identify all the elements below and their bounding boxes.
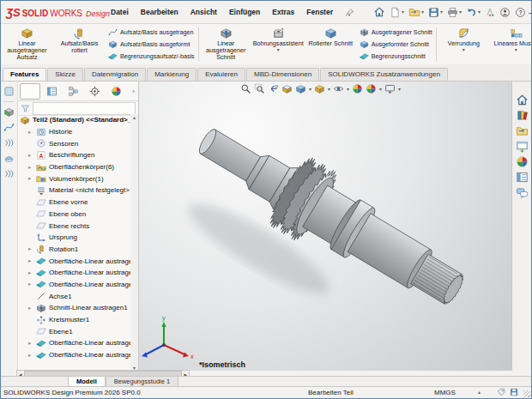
lofted-boss-button[interactable]: Aufsatz/Basis ausgeformt [108, 39, 195, 49]
dropdown-caret[interactable]: ▾ [440, 9, 443, 15]
appearances-scenes-icon[interactable] [516, 155, 529, 168]
tab-dimxpertmanager[interactable] [84, 83, 105, 100]
gear-shaft-model[interactable]: x y z [139, 82, 512, 371]
solidworks-forum-icon[interactable] [516, 186, 529, 199]
dropdown-caret[interactable]: ▾ [347, 87, 349, 92]
home-icon[interactable] [516, 94, 529, 106]
pin-icon[interactable] [345, 8, 354, 17]
revolved-cut-button[interactable]: Rotierter Schnitt [305, 24, 357, 64]
tree-root[interactable]: Teil2 (Standard) <<Standard>_Anz [18, 114, 130, 126]
tab-configurationmanager[interactable] [63, 83, 83, 100]
scroll-up-arrow[interactable]: ▴ [133, 114, 136, 120]
previous-view-icon[interactable] [268, 83, 279, 94]
expand-arrow[interactable]: ▸ [28, 281, 36, 287]
tab-markierung[interactable]: Markierung [147, 68, 196, 82]
dropdown-caret[interactable]: ▾ [277, 47, 280, 52]
custom-properties-icon[interactable] [516, 171, 529, 184]
help-button[interactable] [515, 7, 526, 18]
tree-item-rotation1[interactable]: ▸Rotation1 [18, 244, 130, 256]
dropdown-caret[interactable]: ▾ [421, 9, 424, 15]
tree-item-sensoren[interactable]: Sensoren [18, 137, 130, 149]
tree-item-schnitt-austragen1[interactable]: ▸Schnitt-Linear austragen1 [18, 302, 130, 314]
expand-arrow[interactable]: ▸ [28, 340, 36, 347]
tree-item-ursprung[interactable]: Ursprung [18, 232, 130, 244]
tab-propertymanager[interactable] [41, 83, 62, 100]
zoom-to-area-icon[interactable] [254, 83, 265, 94]
dropdown-caret[interactable]: ▾ [379, 87, 382, 92]
dropdown-caret[interactable]: ▾ [398, 87, 401, 92]
tree-item-volumenkoerper[interactable]: ▸Volumenkörper(1) [18, 172, 130, 184]
tree-item-surf-austragen1[interactable]: ▸Oberfläche-Linear austragen1 [18, 255, 130, 267]
revolved-boss-button[interactable]: Aufsatz/Basis rotiert [53, 24, 106, 64]
coil-icon[interactable] [3, 168, 15, 179]
tree-item-historie[interactable]: ▸Historie [18, 126, 130, 138]
lofted-cut-button[interactable]: Ausgeformter Schnitt [360, 39, 432, 49]
solid-body-icon[interactable] [3, 106, 15, 118]
save-button[interactable]: ▾ [428, 7, 443, 18]
hide-show-items-icon[interactable] [333, 83, 344, 94]
display-style-icon[interactable] [314, 83, 325, 94]
section-view-icon[interactable] [281, 83, 293, 94]
panel-flyout-button[interactable]: › [132, 88, 136, 95]
tree-vertical-scrollbar[interactable]: ▴ ▾ [130, 114, 138, 371]
units-selector[interactable]: MMGS [434, 389, 456, 396]
expand-arrow[interactable]: ▸ [28, 152, 36, 159]
view-settings-icon[interactable] [384, 83, 396, 94]
tab-skizze[interactable]: Skizze [47, 68, 83, 82]
tab-featuremanager[interactable] [20, 83, 40, 100]
expand-arrow[interactable]: ▸ [28, 257, 36, 264]
minimize-button[interactable]: – [526, 8, 532, 17]
dropdown-caret[interactable]: ▾ [462, 47, 465, 52]
unsaved-changes-icon[interactable] [510, 388, 518, 396]
tree-item-surf-austragen5[interactable]: ▸Oberfläche-Linear austragen5 [18, 349, 130, 361]
view-orientation-icon[interactable] [295, 83, 306, 94]
expand-arrow[interactable]: ▸ [28, 352, 36, 359]
tree-item-ebene-rechts[interactable]: Ebene rechts [18, 220, 130, 232]
tab-features[interactable]: Features [3, 68, 46, 82]
undo-button[interactable]: ▾ [466, 7, 481, 18]
tab-displaymanager[interactable] [106, 83, 126, 100]
curve-icon[interactable] [3, 137, 15, 148]
menu-fenster[interactable]: Fenster [306, 8, 333, 17]
zoom-to-fit-icon[interactable] [240, 83, 251, 94]
design-library-icon[interactable] [516, 109, 529, 122]
tree-item-ebene-vorne[interactable]: Ebene vorne [18, 196, 130, 209]
expand-arrow[interactable]: ▸ [28, 164, 36, 171]
tree-item-kreismuster1[interactable]: Kreismuster1 [18, 314, 130, 326]
tab-zusatzanwendungen[interactable]: SOLIDWORKS Zusatzanwendungen [320, 68, 448, 82]
sign-in-button[interactable] [499, 7, 511, 18]
boundary-cut-button[interactable]: Begrenzungsschnitt [360, 51, 432, 61]
dropdown-caret[interactable]: ▾ [478, 9, 481, 15]
tree-item-surf-austragen3[interactable]: ▸Oberfläche-Linear austragen3 [18, 279, 130, 291]
boundary-boss-button[interactable]: Begrenzungsaufsatz/-basis [108, 51, 195, 61]
swept-cut-button[interactable]: Ausgetragener Schnitt [360, 27, 432, 37]
apply-scene-icon[interactable] [366, 83, 377, 94]
file-explorer-icon[interactable] [516, 124, 529, 137]
spline-icon[interactable] [3, 122, 15, 133]
tab-evaluieren[interactable]: Evaluieren [197, 68, 245, 82]
expand-arrow[interactable]: ▸ [28, 245, 36, 252]
units-caret[interactable]: ▴ [478, 390, 481, 395]
swept-boss-button[interactable]: Aufsatz/Basis ausgetragen [108, 27, 195, 37]
extruded-boss-button[interactable]: Linear ausgetragener Aufsatz [1, 24, 53, 64]
linear-pattern-button[interactable]: Lineares Muster ▾ [490, 24, 531, 64]
menu-ansicht[interactable]: Ansicht [190, 8, 217, 17]
home-button[interactable] [373, 6, 385, 18]
surface-patch-icon[interactable] [3, 86, 15, 97]
dropdown-caret[interactable]: ▾ [459, 9, 462, 15]
expand-arrow[interactable]: ▸ [28, 269, 36, 276]
view-palette-icon[interactable] [516, 140, 529, 153]
dropdown-caret[interactable]: ▾ [328, 87, 330, 92]
expand-arrow[interactable]: ▸ [28, 175, 36, 182]
extruded-cut-button[interactable]: Linear ausgetragener Schnitt [200, 24, 252, 64]
tab-mbd-dimensionen[interactable]: MBD-Dimensionen [246, 68, 319, 82]
expand-arrow[interactable]: ▸ [28, 305, 36, 311]
tree-item-ebene1[interactable]: Ebene1 [18, 325, 130, 337]
resize-grip[interactable] [523, 390, 530, 397]
open-button[interactable]: ▾ [408, 6, 424, 18]
menu-einfuegen[interactable]: Einfügen [229, 8, 260, 17]
menu-extras[interactable]: Extras [272, 8, 294, 17]
fillet-button[interactable]: Verrundung ▾ [438, 24, 490, 64]
tab-datenmigration[interactable]: Datenmigration [84, 68, 146, 82]
tree-item-surf-austragen4[interactable]: ▸Oberfläche-Linear austragen4 [18, 337, 130, 349]
